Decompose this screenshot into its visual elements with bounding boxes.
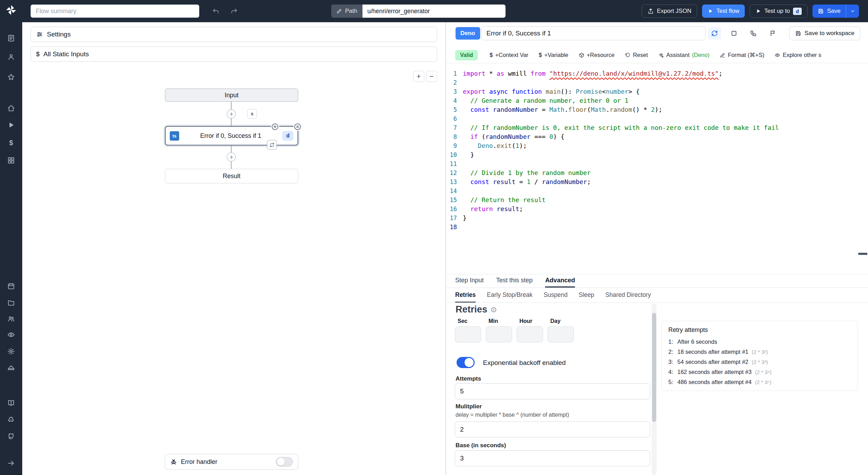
subtab-shared-directory[interactable]: Shared Directory (606, 288, 651, 302)
sidebar-item-gear-icon[interactable] (0, 344, 22, 359)
sidebar-item-github-icon[interactable] (0, 428, 22, 444)
flow-summary-input[interactable] (31, 5, 199, 18)
bottom-panel-tabs: Step Input Test this step Advanced (446, 274, 868, 288)
add-branch-button[interactable] (271, 123, 279, 131)
windmill-logo-icon[interactable] (5, 4, 17, 16)
zoom-in-button[interactable]: + (413, 71, 424, 82)
sync-toggle-button[interactable] (708, 27, 721, 40)
flag-button[interactable] (766, 27, 779, 40)
assistant-button[interactable]: Assistant(Deno) (655, 50, 713, 60)
flow-input-node[interactable]: Input (165, 89, 298, 102)
test-flow-button[interactable]: Test flow (702, 5, 745, 18)
add-context-var-button[interactable]: $+Context Var (486, 50, 532, 60)
subtab-suspend[interactable]: Suspend (544, 288, 568, 302)
interval-input-min[interactable] (486, 326, 512, 342)
retry-attempt-row: 2:18 seconds after attempt #1(2 * 3²) (668, 347, 851, 357)
retry-attempt-row: 4:162 seconds after attempt #3(2 * 3⁴) (668, 367, 851, 377)
export-json-label: Export JSON (657, 8, 691, 15)
redo-icon (231, 8, 237, 15)
base-input[interactable] (455, 450, 650, 466)
arrows-rotate-icon (711, 30, 718, 37)
sidebar-item-discord-icon[interactable] (0, 412, 22, 427)
sidebar-item-folder-icon[interactable] (0, 295, 22, 310)
sidebar-item-user-icon[interactable] (0, 49, 22, 65)
retry-attempt-row: 5:486 seconds after attempt #4(2 * 3⁵) (668, 377, 851, 387)
sidebar-item-dollar-icon[interactable]: $ (0, 135, 22, 150)
code-editor[interactable]: 1import * as wmill from "https://deno.la… (446, 63, 868, 274)
multiplier-help: delay = multiplier * base ^ (number of a… (456, 412, 569, 418)
x-circle-icon (293, 123, 302, 131)
sidebar-item-home-icon[interactable] (0, 101, 22, 116)
redo-button[interactable] (228, 6, 240, 17)
save-button[interactable]: Save (812, 5, 846, 18)
chevron-down-icon (850, 8, 856, 14)
sidebar-item-book-icon[interactable] (0, 395, 22, 410)
error-handler-label: Error handler (181, 458, 217, 466)
delete-step-button[interactable] (293, 123, 302, 131)
interval-input-day[interactable] (548, 326, 574, 342)
sidebar-item-calendar-icon[interactable] (0, 278, 22, 294)
insert-step-button-1[interactable] (227, 109, 236, 118)
path-input[interactable] (362, 5, 506, 18)
play-icon (756, 8, 761, 14)
subtab-early-stop[interactable]: Early Stop/Break (487, 288, 532, 302)
error-handler-toggle[interactable] (276, 457, 293, 467)
collapse-sidebar-button[interactable] (0, 456, 22, 471)
save-to-workspace-button[interactable]: Save to workspace (789, 26, 860, 40)
step-title-input[interactable] (481, 26, 706, 40)
play-icon (708, 8, 713, 14)
interval-input-hour[interactable] (517, 326, 543, 342)
retry-indicator-icon[interactable] (267, 140, 277, 150)
flow-result-node[interactable]: Result (165, 169, 298, 183)
bolt-icon (250, 111, 255, 117)
test-up-to-button[interactable]: Test up to d (750, 5, 808, 18)
multiplier-input[interactable] (455, 422, 650, 438)
plus-icon (229, 111, 234, 117)
dollar-icon: $ (36, 51, 40, 58)
flow-step-node[interactable]: ts Error if 0, Success if 1 d (165, 126, 298, 145)
trigger-bolt-button[interactable] (247, 109, 257, 119)
topbar-actions: Export JSON Test flow Test up to d Save (642, 5, 859, 18)
sidebar: $ (0, 0, 22, 475)
pencil-icon (336, 8, 342, 14)
sidebar-item-users-icon[interactable] (0, 311, 22, 326)
tab-test-this-step[interactable]: Test this step (496, 274, 533, 288)
export-json-button[interactable]: Export JSON (642, 5, 697, 18)
toggle-knob (465, 358, 474, 367)
sidebar-item-worker-icon[interactable] (0, 360, 22, 376)
add-variable-button[interactable]: $+Variable (535, 50, 572, 60)
fullscreen-button[interactable] (727, 27, 741, 40)
tab-advanced[interactable]: Advanced (545, 274, 575, 288)
attempts-input[interactable] (455, 383, 650, 399)
sidebar-item-play-icon[interactable] (0, 117, 22, 133)
interval-input-sec[interactable] (455, 326, 481, 342)
multiplier-label: Mulitplier (456, 403, 482, 410)
subtab-sleep[interactable]: Sleep (579, 288, 594, 302)
all-static-inputs-button[interactable]: $ All Static Inputs (31, 47, 437, 62)
sidebar-item-grid-icon[interactable] (0, 153, 22, 168)
flow-panel: Settings $ All Static Inputs + − Input t… (22, 22, 446, 475)
sidebar-item-list-icon[interactable] (0, 31, 22, 46)
retry-attempts-panel: Retry attempts 1:After 6 seconds2:18 sec… (661, 321, 858, 391)
retries-heading: Retries (456, 304, 497, 315)
zoom-out-button[interactable]: − (426, 71, 437, 82)
call-button[interactable] (747, 27, 760, 40)
insert-step-button-2[interactable] (227, 152, 236, 161)
error-handler-bar: Error handler (165, 454, 298, 470)
tab-step-input[interactable]: Step Input (455, 274, 484, 288)
settings-button[interactable]: Settings (31, 27, 437, 42)
format-button[interactable]: Format (⌘+S) (716, 50, 768, 60)
scrollbar-thumb[interactable] (652, 313, 656, 422)
subtab-retries[interactable]: Retries (455, 288, 476, 302)
sidebar-item-eye-icon[interactable] (0, 327, 22, 342)
sidebar-item-star-icon[interactable] (0, 69, 22, 85)
add-resource-button[interactable]: +Resource (575, 50, 618, 60)
settings-label: Settings (47, 31, 71, 38)
explore-scripts-button[interactable]: Explore other s (771, 50, 825, 60)
reset-button[interactable]: Reset (621, 50, 651, 60)
save-dropdown-button[interactable] (846, 5, 859, 18)
exponential-backoff-toggle[interactable] (457, 357, 475, 368)
panel-scrollbar[interactable] (652, 303, 657, 475)
undo-button[interactable] (210, 6, 222, 17)
all-static-inputs-label: All Static Inputs (43, 50, 89, 58)
